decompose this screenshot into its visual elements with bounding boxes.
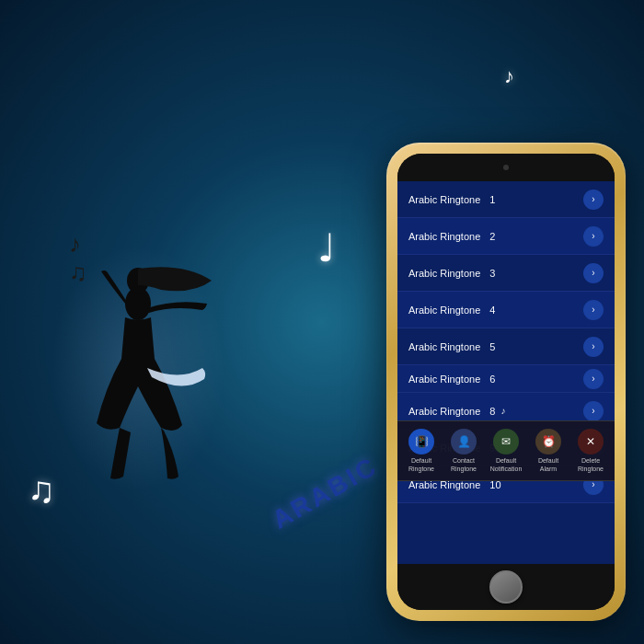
- music-note-2: ♩: [317, 225, 336, 270]
- ringtone-item-2[interactable]: Arabic Ringtone 2 ›: [397, 218, 615, 255]
- phone-bottom-bar: [397, 564, 615, 610]
- chevron-2[interactable]: ›: [583, 226, 604, 247]
- playing-icon: ♪: [500, 406, 505, 416]
- context-delete-ringtone[interactable]: ✕ DeleteRingtone: [570, 429, 611, 473]
- default-ringtone-icon: 📳: [408, 429, 434, 454]
- contact-ringtone-icon: 👤: [451, 429, 477, 454]
- context-default-alarm[interactable]: ⏰ DefaultAlarm: [528, 429, 569, 473]
- chevron-3[interactable]: ›: [583, 263, 604, 283]
- camera-dot: [503, 165, 509, 170]
- dancer-silhouette: [55, 248, 221, 488]
- ringtone-item-5[interactable]: Arabic Ringtone 5 ›: [397, 328, 615, 365]
- chevron-1[interactable]: ›: [583, 190, 604, 210]
- ringtone-item-6[interactable]: Arabic Ringtone 6 ›: [397, 365, 615, 393]
- chevron-6[interactable]: ›: [583, 369, 604, 389]
- chevron-5[interactable]: ›: [583, 337, 604, 357]
- music-note-3: ♪: [504, 64, 514, 88]
- phone-outer: Arabic Ringtone 1 › Arabic Ringtone 2 ›: [386, 143, 626, 621]
- phone-top-bar: [397, 154, 615, 181]
- alarm-icon: ⏰: [535, 429, 561, 454]
- context-contact-ringtone[interactable]: 👤 ContactRingtone: [443, 429, 484, 473]
- ringtone-item-4[interactable]: Arabic Ringtone 4 ›: [397, 292, 615, 328]
- phone-container: Arabic Ringtone 1 › Arabic Ringtone 2 ›: [386, 143, 626, 621]
- delete-icon: ✕: [578, 429, 604, 454]
- ringtone-item-3[interactable]: Arabic Ringtone 3 ›: [397, 255, 615, 292]
- context-default-notification[interactable]: ✉ DefaultNotification: [486, 429, 526, 473]
- home-button[interactable]: [489, 570, 523, 604]
- screen-content: Arabic Ringtone 1 › Arabic Ringtone 2 ›: [397, 181, 615, 564]
- notification-icon: ✉: [493, 429, 519, 454]
- chevron-8[interactable]: ›: [583, 401, 604, 421]
- chevron-4[interactable]: ›: [583, 300, 604, 320]
- phone-screen: Arabic Ringtone 1 › Arabic Ringtone 2 ›: [397, 154, 615, 610]
- context-default-ringtone[interactable]: 📳 DefaultRingtone: [401, 429, 442, 473]
- ringtone-list: Arabic Ringtone 1 › Arabic Ringtone 2 ›: [397, 181, 615, 564]
- arabic-label: ARABIC: [268, 451, 384, 535]
- ringtone-item-1[interactable]: Arabic Ringtone 1 ›: [397, 181, 615, 218]
- music-note-4: ♫: [28, 469, 55, 511]
- context-menu: 📳 DefaultRingtone 👤 ContactRingtone ✉ De…: [397, 420, 615, 481]
